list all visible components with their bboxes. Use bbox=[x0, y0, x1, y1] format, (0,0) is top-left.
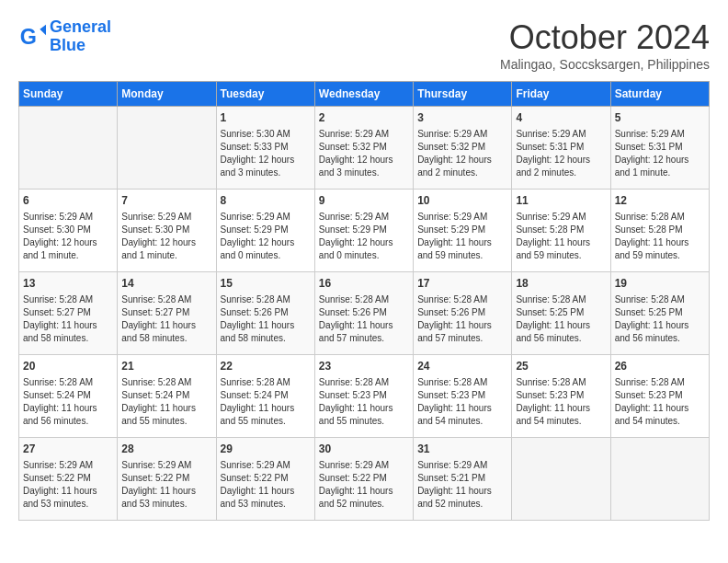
day-number: 11 bbox=[516, 193, 606, 209]
weekday-header-cell: Thursday bbox=[414, 82, 512, 107]
calendar-cell: 21Sunrise: 5:28 AM Sunset: 5:24 PM Dayli… bbox=[118, 355, 216, 438]
calendar-cell: 4Sunrise: 5:29 AM Sunset: 5:31 PM Daylig… bbox=[512, 107, 610, 190]
day-info: Sunrise: 5:29 AM Sunset: 5:32 PM Dayligh… bbox=[417, 128, 507, 179]
logo: G General Blue bbox=[18, 18, 111, 55]
calendar-cell: 30Sunrise: 5:29 AM Sunset: 5:22 PM Dayli… bbox=[314, 438, 413, 521]
day-number: 6 bbox=[23, 193, 113, 209]
calendar-cell: 28Sunrise: 5:29 AM Sunset: 5:22 PM Dayli… bbox=[118, 438, 216, 521]
calendar-cell bbox=[118, 107, 216, 190]
calendar-cell: 1Sunrise: 5:30 AM Sunset: 5:33 PM Daylig… bbox=[216, 107, 314, 190]
calendar-cell bbox=[512, 438, 610, 521]
day-number: 19 bbox=[615, 276, 705, 292]
calendar-cell: 12Sunrise: 5:28 AM Sunset: 5:28 PM Dayli… bbox=[610, 190, 709, 272]
day-info: Sunrise: 5:28 AM Sunset: 5:27 PM Dayligh… bbox=[23, 293, 113, 345]
calendar-cell: 17Sunrise: 5:28 AM Sunset: 5:26 PM Dayli… bbox=[414, 272, 512, 355]
day-number: 5 bbox=[615, 110, 705, 126]
day-info: Sunrise: 5:29 AM Sunset: 5:31 PM Dayligh… bbox=[516, 128, 606, 179]
day-number: 8 bbox=[221, 193, 311, 209]
calendar-cell: 8Sunrise: 5:29 AM Sunset: 5:29 PM Daylig… bbox=[216, 190, 314, 272]
weekday-header-cell: Sunday bbox=[19, 82, 118, 107]
weekday-header-cell: Tuesday bbox=[216, 82, 314, 107]
calendar-week-row: 13Sunrise: 5:28 AM Sunset: 5:27 PM Dayli… bbox=[19, 272, 710, 355]
logo-line2: Blue bbox=[50, 36, 85, 54]
calendar-week-row: 6Sunrise: 5:29 AM Sunset: 5:30 PM Daylig… bbox=[19, 190, 710, 272]
day-info: Sunrise: 5:28 AM Sunset: 5:23 PM Dayligh… bbox=[319, 376, 409, 428]
day-info: Sunrise: 5:28 AM Sunset: 5:24 PM Dayligh… bbox=[121, 376, 211, 428]
day-info: Sunrise: 5:28 AM Sunset: 5:24 PM Dayligh… bbox=[23, 376, 113, 428]
day-info: Sunrise: 5:29 AM Sunset: 5:28 PM Dayligh… bbox=[516, 211, 606, 262]
calendar-cell: 11Sunrise: 5:29 AM Sunset: 5:28 PM Dayli… bbox=[512, 190, 610, 272]
weekday-header-cell: Monday bbox=[118, 82, 216, 107]
day-info: Sunrise: 5:29 AM Sunset: 5:30 PM Dayligh… bbox=[23, 211, 113, 262]
day-info: Sunrise: 5:29 AM Sunset: 5:22 PM Dayligh… bbox=[221, 459, 311, 511]
calendar-cell: 25Sunrise: 5:28 AM Sunset: 5:23 PM Dayli… bbox=[512, 355, 610, 438]
calendar-table: SundayMondayTuesdayWednesdayThursdayFrid… bbox=[18, 81, 710, 521]
day-info: Sunrise: 5:29 AM Sunset: 5:31 PM Dayligh… bbox=[615, 128, 705, 179]
svg-marker-1 bbox=[40, 24, 46, 35]
day-number: 29 bbox=[221, 442, 311, 457]
calendar-cell: 26Sunrise: 5:28 AM Sunset: 5:23 PM Dayli… bbox=[610, 355, 709, 438]
logo-icon: G bbox=[18, 23, 46, 51]
calendar-cell: 6Sunrise: 5:29 AM Sunset: 5:30 PM Daylig… bbox=[19, 190, 118, 272]
day-info: Sunrise: 5:28 AM Sunset: 5:25 PM Dayligh… bbox=[615, 293, 705, 345]
day-number: 14 bbox=[121, 276, 211, 292]
calendar-cell: 23Sunrise: 5:28 AM Sunset: 5:23 PM Dayli… bbox=[314, 355, 413, 438]
day-info: Sunrise: 5:29 AM Sunset: 5:22 PM Dayligh… bbox=[319, 459, 409, 511]
day-number: 30 bbox=[319, 442, 409, 457]
day-number: 16 bbox=[319, 276, 409, 292]
day-number: 10 bbox=[417, 193, 507, 209]
calendar-cell: 9Sunrise: 5:29 AM Sunset: 5:29 PM Daylig… bbox=[314, 190, 413, 272]
day-info: Sunrise: 5:29 AM Sunset: 5:29 PM Dayligh… bbox=[417, 211, 507, 262]
day-info: Sunrise: 5:29 AM Sunset: 5:30 PM Dayligh… bbox=[121, 211, 211, 262]
day-info: Sunrise: 5:28 AM Sunset: 5:25 PM Dayligh… bbox=[516, 293, 606, 345]
day-info: Sunrise: 5:29 AM Sunset: 5:29 PM Dayligh… bbox=[221, 211, 311, 262]
weekday-header-row: SundayMondayTuesdayWednesdayThursdayFrid… bbox=[19, 82, 710, 107]
day-info: Sunrise: 5:28 AM Sunset: 5:26 PM Dayligh… bbox=[417, 293, 507, 345]
logo-line1: General bbox=[50, 17, 111, 36]
day-number: 20 bbox=[23, 359, 113, 374]
day-info: Sunrise: 5:28 AM Sunset: 5:23 PM Dayligh… bbox=[417, 376, 507, 428]
day-number: 25 bbox=[516, 359, 606, 374]
day-number: 1 bbox=[221, 110, 311, 126]
calendar-cell: 15Sunrise: 5:28 AM Sunset: 5:26 PM Dayli… bbox=[216, 272, 314, 355]
day-number: 17 bbox=[417, 276, 507, 292]
day-number: 31 bbox=[417, 442, 507, 457]
calendar-cell: 5Sunrise: 5:29 AM Sunset: 5:31 PM Daylig… bbox=[610, 107, 709, 190]
location: Malingao, Soccsksargen, Philippines bbox=[500, 57, 710, 72]
calendar-cell: 20Sunrise: 5:28 AM Sunset: 5:24 PM Dayli… bbox=[19, 355, 118, 438]
calendar-cell: 14Sunrise: 5:28 AM Sunset: 5:27 PM Dayli… bbox=[118, 272, 216, 355]
svg-text:G: G bbox=[20, 25, 37, 49]
day-info: Sunrise: 5:29 AM Sunset: 5:29 PM Dayligh… bbox=[319, 211, 409, 262]
calendar-cell: 10Sunrise: 5:29 AM Sunset: 5:29 PM Dayli… bbox=[414, 190, 512, 272]
calendar-cell: 31Sunrise: 5:29 AM Sunset: 5:21 PM Dayli… bbox=[414, 438, 512, 521]
calendar-cell: 2Sunrise: 5:29 AM Sunset: 5:32 PM Daylig… bbox=[314, 107, 413, 190]
day-number: 15 bbox=[221, 276, 311, 292]
day-info: Sunrise: 5:28 AM Sunset: 5:26 PM Dayligh… bbox=[221, 293, 311, 345]
weekday-header-cell: Wednesday bbox=[314, 82, 413, 107]
day-number: 23 bbox=[319, 359, 409, 374]
day-info: Sunrise: 5:30 AM Sunset: 5:33 PM Dayligh… bbox=[221, 128, 311, 179]
day-info: Sunrise: 5:29 AM Sunset: 5:22 PM Dayligh… bbox=[23, 459, 113, 511]
day-number: 27 bbox=[23, 442, 113, 457]
day-info: Sunrise: 5:28 AM Sunset: 5:23 PM Dayligh… bbox=[615, 376, 705, 428]
day-number: 26 bbox=[615, 359, 705, 374]
calendar-cell: 18Sunrise: 5:28 AM Sunset: 5:25 PM Dayli… bbox=[512, 272, 610, 355]
calendar-week-row: 27Sunrise: 5:29 AM Sunset: 5:22 PM Dayli… bbox=[19, 438, 710, 521]
weekday-header-cell: Saturday bbox=[610, 82, 709, 107]
day-number: 7 bbox=[121, 193, 211, 209]
calendar-body: 1Sunrise: 5:30 AM Sunset: 5:33 PM Daylig… bbox=[19, 107, 710, 521]
calendar-cell: 22Sunrise: 5:28 AM Sunset: 5:24 PM Dayli… bbox=[216, 355, 314, 438]
calendar-cell: 27Sunrise: 5:29 AM Sunset: 5:22 PM Dayli… bbox=[19, 438, 118, 521]
calendar-cell: 7Sunrise: 5:29 AM Sunset: 5:30 PM Daylig… bbox=[118, 190, 216, 272]
day-info: Sunrise: 5:29 AM Sunset: 5:22 PM Dayligh… bbox=[121, 459, 211, 511]
day-number: 12 bbox=[615, 193, 705, 209]
calendar-cell: 29Sunrise: 5:29 AM Sunset: 5:22 PM Dayli… bbox=[216, 438, 314, 521]
day-number: 2 bbox=[319, 110, 409, 126]
page-header: G General Blue October 2024 Malingao, So… bbox=[18, 18, 710, 72]
day-number: 18 bbox=[516, 276, 606, 292]
day-info: Sunrise: 5:28 AM Sunset: 5:27 PM Dayligh… bbox=[121, 293, 211, 345]
day-number: 9 bbox=[319, 193, 409, 209]
day-number: 13 bbox=[23, 276, 113, 292]
day-info: Sunrise: 5:29 AM Sunset: 5:21 PM Dayligh… bbox=[417, 459, 507, 511]
weekday-header-cell: Friday bbox=[512, 82, 610, 107]
